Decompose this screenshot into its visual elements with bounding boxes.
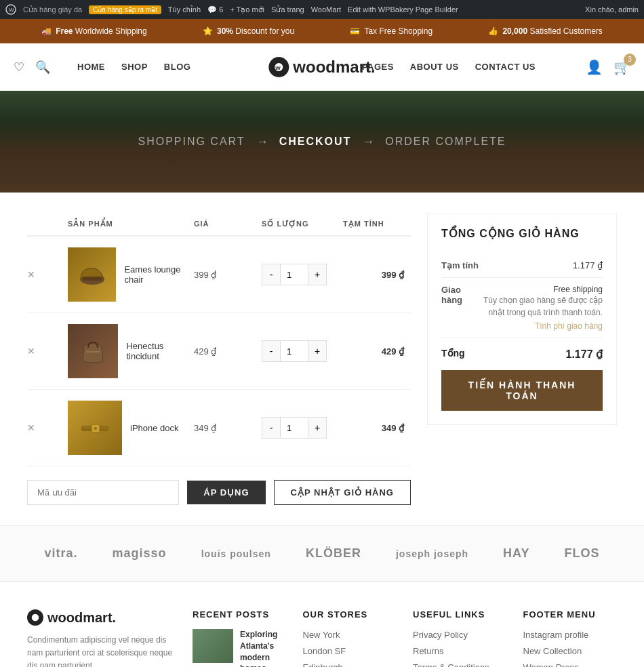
remove-item-2[interactable]: ✕	[27, 346, 68, 357]
item-qty-2: - +	[262, 340, 343, 362]
summary-subtotal-row: Tạm tính 1.177 ₫	[441, 254, 603, 278]
search-icon[interactable]: 🔍	[35, 60, 50, 75]
header-left: ♡ 🔍	[14, 60, 50, 75]
nav-blog[interactable]: BLOG	[164, 62, 191, 72]
link-returns[interactable]: Returns	[413, 646, 444, 656]
item-price-2: 429 ₫	[194, 346, 262, 357]
footer-menu-title: FOOTER MENU	[523, 609, 618, 620]
coupon-input[interactable]	[27, 480, 179, 505]
post-title-1[interactable]: Exploring Atlanta's modern homes	[240, 629, 287, 667]
footer: woodmart. Condimentum adipiscing vel neq…	[0, 582, 644, 667]
col-product: SẢN PHẨM	[68, 220, 194, 228]
qty-plus-1[interactable]: +	[308, 264, 327, 285]
table-row: ✕ iPhone dock 349 ₫ - + 349 ₫	[27, 390, 411, 466]
update-cart-button[interactable]: CẬP NHẬT GIỎ HÀNG	[274, 480, 411, 505]
admin-comments[interactable]: 💬 6	[207, 5, 223, 14]
nav-shop[interactable]: SHOP	[121, 62, 148, 72]
hero-section: SHOPPING CART → CHECKOUT → ORDER COMPLET…	[0, 91, 644, 193]
top-banner: 🚚 Free Worldwide Shipping ⭐ 30% Discount…	[0, 19, 644, 43]
qty-minus-1[interactable]: -	[262, 264, 281, 285]
footer-logo-text: woodmart.	[47, 610, 116, 626]
list-item: Woman Dress	[523, 662, 618, 667]
brand-vitra: vitra.	[45, 546, 78, 561]
main-content: SẢN PHẨM GIÁ SỐ LƯỢNG TẠM TÍNH ✕ Eames l…	[0, 193, 644, 525]
total-label: Tổng	[441, 348, 465, 361]
nav-contact[interactable]: CONTACT US	[475, 62, 536, 72]
store-link-2[interactable]: London SF	[303, 646, 346, 656]
link-terms[interactable]: Terms & Conditions	[413, 662, 489, 667]
admin-site-link[interactable]: Cửa hàng giày da	[23, 5, 82, 14]
link-privacy[interactable]: Privacy Policy	[413, 630, 468, 640]
brand-josephjoseph: joseph joseph	[396, 548, 468, 559]
qty-minus-3[interactable]: -	[262, 417, 281, 439]
account-icon[interactable]: 👤	[586, 59, 603, 75]
brands-section: vitra. magisso louis poulsen KLÖBER jose…	[0, 525, 644, 582]
item-name-2: Henectus tincidunt	[126, 341, 194, 361]
cart-button[interactable]: 🛒 3	[613, 59, 630, 75]
main-nav-right: PAGES ABOUT US CONTACT US	[362, 62, 536, 72]
footer-stores-col: OUR STORES New York London SF Edinburgh …	[303, 609, 397, 667]
item-image-2	[68, 324, 118, 378]
arrow-2: →	[362, 135, 374, 149]
item-info-1: Eames lounge chair	[68, 247, 194, 302]
list-item: Edinburgh	[303, 662, 397, 667]
item-total-1: 399 ₫	[343, 270, 411, 280]
table-row: ✕ Eames lounge chair 399 ₫ - + 399 ₫	[27, 237, 411, 313]
store-link-3[interactable]: Edinburgh	[303, 662, 343, 667]
item-info-2: Henectus tincidunt	[68, 324, 194, 378]
admin-edit[interactable]: Edit with WPBakery Page Builder	[348, 5, 458, 14]
step-checkout: CHECKOUT	[279, 136, 352, 148]
item-name-1: Eames lounge chair	[124, 264, 194, 285]
brand-flos: FLOS	[564, 546, 599, 561]
header: ♡ 🔍 HOME SHOP BLOG W woodmart. PAGES ABO…	[0, 43, 644, 91]
subtotal-label: Tạm tính	[441, 260, 479, 270]
nav-home[interactable]: HOME	[77, 62, 105, 72]
wishlist-icon[interactable]: ♡	[14, 60, 24, 75]
checkout-button[interactable]: TIẾN HÀNH THANH TOÁN	[441, 370, 603, 411]
admin-woomart[interactable]: WooMart	[311, 5, 341, 14]
admin-newpost[interactable]: + Tạo mới	[230, 5, 264, 14]
store-link-1[interactable]: New York	[303, 630, 340, 640]
summary-shipping-row: Giao hàng Free shipping Tùy chọn giao hà…	[441, 278, 603, 338]
svg-point-10	[94, 427, 97, 430]
admin-customize[interactable]: Tùy chỉnh	[168, 5, 201, 14]
banner-tax: 💳 Tax Free Shopping	[350, 26, 432, 36]
stores-list: New York London SF Edinburgh Los Angeles…	[303, 629, 397, 667]
qty-plus-3[interactable]: +	[308, 417, 327, 439]
item-price-3: 349 ₫	[194, 423, 262, 433]
apply-coupon-button[interactable]: ÁP DỤNG	[187, 481, 265, 504]
qty-input-2[interactable]	[281, 340, 308, 362]
nav-pages[interactable]: PAGES	[362, 62, 394, 72]
footer-brand-col: woodmart. Condimentum adipiscing vel neq…	[27, 609, 176, 667]
shipping-calc-link[interactable]: Tính phí giao hàng	[466, 321, 603, 331]
menu-collection[interactable]: New Collection	[523, 646, 582, 656]
logo-area[interactable]: W woodmart.	[268, 57, 375, 77]
svg-text:W: W	[9, 7, 14, 13]
qty-plus-2[interactable]: +	[308, 340, 327, 362]
summary-total-row: Tổng 1.177 ₫	[441, 338, 603, 370]
menu-woman-dress[interactable]: Woman Dress	[523, 662, 579, 667]
cart-summary-box: TỔNG CỘNG GIỎ HÀNG Tạm tính 1.177 ₫ Giao…	[427, 213, 617, 425]
step-cart: SHOPPING CART	[138, 136, 245, 148]
nav-about[interactable]: ABOUT US	[410, 62, 459, 72]
admin-staging[interactable]: Sửa trang	[271, 5, 304, 14]
useful-links-list: Privacy Policy Returns Terms & Condition…	[413, 629, 507, 667]
shipping-free: Free shipping	[466, 285, 603, 294]
list-item: Privacy Policy	[413, 629, 507, 640]
admin-label: Cửa hàng sắp ra mắt	[89, 5, 161, 14]
admin-hello: Xin chào, admin	[585, 5, 639, 14]
remove-item-3[interactable]: ✕	[27, 422, 68, 433]
remove-item-1[interactable]: ✕	[27, 269, 68, 280]
footer-menu-list: Instagram profile New Collection Woman D…	[523, 629, 618, 667]
qty-input-1[interactable]	[281, 264, 308, 285]
breadcrumb-steps: SHOPPING CART → CHECKOUT → ORDER COMPLET…	[138, 135, 506, 149]
item-name-3: iPhone dock	[130, 423, 179, 433]
qty-minus-2[interactable]: -	[262, 340, 281, 362]
menu-instagram[interactable]: Instagram profile	[523, 630, 589, 640]
banner-customers: 👍 20,000 Satisfied Customers	[488, 26, 602, 36]
footer-top: woodmart. Condimentum adipiscing vel neq…	[27, 609, 617, 667]
footer-links-col: USEFUL LINKS Privacy Policy Returns Term…	[413, 609, 507, 667]
list-item: Instagram profile	[523, 629, 618, 640]
qty-input-3[interactable]	[281, 417, 308, 439]
item-total-2: 429 ₫	[343, 346, 411, 357]
